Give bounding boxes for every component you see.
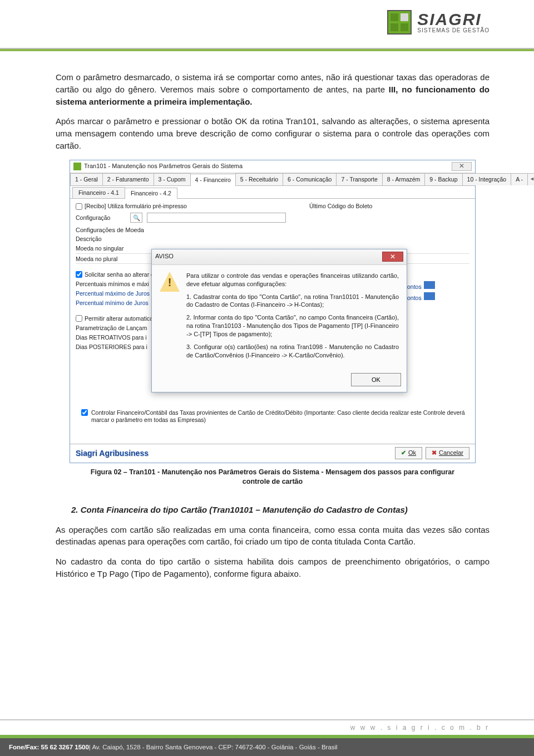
tab-receituario[interactable]: 5 - Receituário (235, 173, 283, 185)
percentuais-label: Percentuais mínimos e máxi (76, 280, 149, 288)
pontos-1: ontos (407, 281, 435, 291)
configuracao-input[interactable] (147, 213, 286, 223)
aviso-intro: Para utilizar o controle das vendas e op… (186, 272, 399, 288)
logo-mark-icon (387, 10, 412, 35)
tab-transporte[interactable]: 7 - Transporte (336, 173, 382, 185)
permitir-label: Permitir alterar automaticam (85, 315, 158, 323)
aviso-titlebar: AVISO ✕ (152, 249, 407, 265)
parametrizacao-label: Parametrização de Lançam (76, 324, 147, 332)
config-moeda-group-label: Configurações de Moeda (76, 226, 469, 235)
subtab-fin-41[interactable]: Financeiro - 4.1 (72, 187, 125, 198)
pontos-pill-2-icon[interactable] (424, 292, 435, 300)
controlar-label: Controlar Financeiro/Contábil das Taxas … (91, 409, 467, 423)
tab-geral[interactable]: 1 - Geral (70, 173, 103, 185)
tran101-window: Tran101 - Manutenção nos Parâmetros Gera… (70, 160, 476, 463)
window-titlebar: Tran101 - Manutenção nos Parâmetros Gera… (70, 160, 475, 173)
perc-min-label: Percentual mínimo de Juros (76, 299, 149, 307)
aviso-dialog: AVISO ✕ Para utilizar o controle das ven… (151, 249, 407, 392)
descricao-label: Descrição (76, 235, 109, 243)
solicitar-label: Solicitar senha ao alterar o (85, 271, 154, 279)
brand-name: SIAGRI (417, 10, 481, 28)
tab-financeiro[interactable]: 4 - Financeiro (190, 174, 236, 186)
aviso-item2: 2. Informar conta do tipo "Conta Cartão"… (186, 313, 399, 338)
solicitar-checkbox[interactable] (76, 271, 82, 278)
header-accent-rule (0, 49, 534, 51)
window-tabs: 1 - Geral 2 - Faturamento 3 - Cupom 4 - … (70, 173, 475, 186)
logo-text: SIAGRI SISTEMAS DE GESTÃO (417, 11, 490, 33)
moeda-singular-label: Moeda no singular (76, 244, 123, 253)
window-footer-brand: Siagri Agribusiness (76, 448, 149, 459)
brand-logo: SIAGRI SISTEMAS DE GESTÃO (387, 10, 490, 35)
controlar-checkbox-row: Controlar Financeiro/Contábil das Taxas … (81, 409, 467, 423)
pontos-2: ontos (407, 292, 435, 302)
window-cancel-button[interactable]: ✖Cancelar (426, 447, 469, 459)
site-url: w w w . s i a g r i . c o m . b r (0, 719, 534, 735)
paragraph-4: No cadastro da conta do tipo cartão o si… (56, 556, 490, 580)
paragraph-3: As operações com cartão são realizadas e… (56, 524, 490, 548)
aviso-close-button[interactable]: ✕ (382, 252, 403, 262)
window-title: Tran101 - Manutenção nos Parâmetros Gera… (84, 162, 243, 171)
aviso-title-text: AVISO (155, 252, 174, 261)
window-close-button[interactable]: ✕ (452, 162, 472, 171)
tab-backup[interactable]: 9 - Backup (424, 173, 462, 185)
tab-scroll-left[interactable]: ◄ (527, 173, 534, 185)
dias-retro-label: Dias RETROATIVOS para i (76, 333, 147, 342)
footer-phone: Fone/Fax: 55 62 3267 1500 (9, 744, 89, 750)
perc-max-label: Percentual máximo de Juros (76, 289, 150, 298)
pontos-pill-1-icon[interactable] (424, 281, 435, 289)
page-header: SIAGRI SISTEMAS DE GESTÃO (0, 0, 534, 49)
footer-contact: Fone/Fax: 55 62 3267 1500 | Av. Caiapó, … (0, 738, 534, 756)
controlar-checkbox[interactable] (81, 409, 88, 416)
tab-a[interactable]: A - (511, 173, 528, 185)
page-footer: w w w . s i a g r i . c o m . b r Fone/F… (0, 719, 534, 756)
aviso-item3: 3. Configurar o(s) cartão(ões) na rotina… (186, 343, 399, 360)
window-subtabs: Financeiro - 4.1 Financeiro - 4.2 (70, 186, 475, 199)
tab-faturamento[interactable]: 2 - Faturamento (102, 173, 154, 185)
warning-icon (160, 272, 180, 292)
figure-caption: Figura 02 – Tran101 - Manutenção nos Par… (56, 468, 490, 487)
tab-cupom[interactable]: 3 - Cupom (154, 173, 191, 185)
dias-post-label: Dias POSTERIORES para i (76, 343, 147, 351)
aviso-item1: 1. Cadastrar conta do tipo "Conta Cartão… (186, 293, 399, 310)
window-ok-button[interactable]: ✔Ok (395, 447, 422, 459)
configuracao-label: Configuração (76, 214, 126, 222)
brand-tagline: SISTEMAS DE GESTÃO (417, 28, 490, 33)
form-area: [Recibo] Utiliza formulário pré-impresso… (70, 199, 475, 410)
paragraph-1: Com o parâmetro desmarcado, o sistema ir… (56, 71, 490, 107)
recibo-checkbox[interactable] (76, 203, 82, 210)
recibo-label: [Recibo] Utiliza formulário pré-impresso (85, 202, 187, 210)
paragraph-2: Após marcar o parâmetro e pressionar o b… (56, 115, 490, 151)
window-footer: Siagri Agribusiness ✔Ok ✖Cancelar (70, 444, 475, 463)
tab-armazem[interactable]: 8 - Armazém (382, 173, 426, 185)
subtab-fin-42[interactable]: Financeiro - 4.2 (125, 188, 177, 199)
window-icon (73, 163, 81, 170)
tab-comunicacao[interactable]: 6 - Comunicação (283, 173, 337, 185)
document-body: Com o parâmetro desmarcado, o sistema ir… (0, 49, 534, 580)
tab-integracao[interactable]: 10 - Integração (462, 173, 512, 185)
search-icon[interactable]: 🔍 (130, 213, 142, 223)
footer-address: | Av. Caiapó, 1528 - Bairro Santa Genove… (89, 744, 338, 750)
ultimo-codigo-label: Último Código do Boleto (309, 202, 372, 210)
aviso-message: Para utilizar o controle das vendas e op… (186, 272, 399, 364)
moeda-plural-label: Moeda no plural (76, 255, 117, 263)
section-2-heading: 2. Conta Financeira do tipo Cartão (Tran… (71, 504, 490, 516)
permitir-checkbox[interactable] (76, 315, 82, 322)
aviso-ok-button[interactable]: OK (351, 373, 401, 386)
